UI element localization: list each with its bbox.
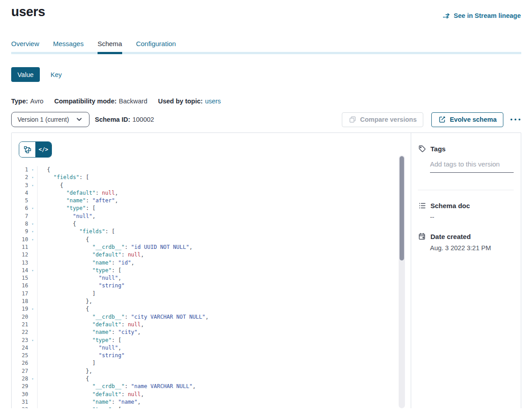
- line-number: 2: [12, 174, 28, 181]
- editor-gutter: 19▾: [12, 305, 38, 313]
- schema-id-value: 100002: [132, 116, 154, 123]
- tree-view-button[interactable]: [19, 142, 35, 157]
- fold-toggle-icon[interactable]: ▾: [28, 406, 37, 408]
- code-line-text: "type": [: [38, 406, 121, 408]
- list-icon: [418, 201, 426, 209]
- code-line-text: ]: [38, 359, 95, 367]
- date-created-title: Date created: [430, 233, 471, 240]
- line-number: 4: [12, 189, 28, 197]
- evolve-schema-button[interactable]: Evolve schema: [431, 112, 503, 127]
- fold-toggle-icon: [28, 189, 37, 197]
- line-number: 7: [12, 213, 28, 220]
- editor-scrollbar-thumb[interactable]: [400, 156, 404, 261]
- line-number: 27: [12, 367, 28, 375]
- code-line: 28▾ {: [12, 375, 411, 383]
- tag-icon: [418, 145, 426, 153]
- topic-link[interactable]: users: [205, 98, 221, 105]
- fold-toggle-icon[interactable]: ▾: [28, 236, 37, 243]
- date-created-section-header: Date created: [418, 232, 514, 240]
- editor-gutter: 5: [12, 197, 38, 205]
- line-number: 17: [12, 290, 28, 298]
- code-line: 30 "default": null,: [12, 391, 411, 398]
- more-options-button[interactable]: [510, 118, 521, 121]
- line-number: 25: [12, 352, 28, 359]
- schema-code-editor[interactable]: </> 1▾{2▾ "fields": [3▾ {4 "default": nu…: [12, 133, 411, 408]
- editor-gutter: 32▾: [12, 406, 38, 408]
- code-line: 12 "default": null,: [12, 251, 411, 259]
- editor-gutter: 27: [12, 367, 38, 375]
- line-number: 26: [12, 359, 28, 367]
- editor-scrollbar-track[interactable]: [399, 155, 405, 408]
- compare-versions-button[interactable]: Compare versions: [342, 112, 424, 127]
- code-line: 29 "__crdb__": "name VARCHAR NULL",: [12, 383, 411, 390]
- compare-versions-label: Compare versions: [360, 116, 417, 123]
- type-value: Avro: [30, 98, 44, 105]
- value-tab-button[interactable]: Value: [11, 67, 40, 82]
- line-number: 20: [12, 313, 28, 321]
- compatibility-label: Compatibility mode:: [54, 98, 116, 105]
- tags-section-header: Tags: [418, 145, 514, 153]
- editor-gutter: 1▾: [12, 166, 38, 174]
- add-tags-input[interactable]: [430, 160, 514, 173]
- tab-underline-track: [11, 52, 521, 54]
- code-line-text: {: [38, 375, 89, 383]
- code-line-text: "default": null,: [38, 251, 144, 259]
- fold-toggle-icon[interactable]: ▾: [28, 174, 37, 181]
- line-number: 22: [12, 329, 28, 336]
- line-number: 28: [12, 375, 28, 383]
- fold-toggle-icon: [28, 398, 37, 406]
- fold-toggle-icon[interactable]: ▾: [28, 220, 37, 228]
- tab-configuration[interactable]: Configuration: [136, 40, 176, 52]
- key-tab-button[interactable]: Key: [51, 71, 62, 78]
- fold-toggle-icon: [28, 259, 37, 267]
- see-in-stream-lineage-link[interactable]: See in Stream lineage: [443, 12, 521, 20]
- code-line: 7 "null",: [12, 213, 411, 220]
- value-key-toggle: Value Key: [11, 67, 521, 82]
- editor-gutter: 20: [12, 313, 38, 321]
- fold-toggle-icon[interactable]: ▾: [28, 166, 37, 174]
- code-line-text: "type": [: [38, 205, 95, 212]
- fold-toggle-icon[interactable]: ▾: [28, 375, 37, 383]
- editor-gutter: 22: [12, 329, 38, 336]
- schema-doc-section-header: Schema doc: [418, 201, 514, 209]
- fold-toggle-icon[interactable]: ▾: [28, 267, 37, 274]
- version-select[interactable]: Version 1 (current): [11, 112, 89, 127]
- line-number: 14: [12, 267, 28, 274]
- fold-toggle-icon: [28, 329, 37, 336]
- fold-toggle-icon[interactable]: ▾: [28, 337, 37, 344]
- code-view-button[interactable]: </>: [35, 142, 51, 157]
- fold-toggle-icon[interactable]: ▾: [28, 182, 37, 189]
- tab-schema[interactable]: Schema: [98, 40, 122, 52]
- editor-gutter: 24: [12, 344, 38, 352]
- editor-gutter: 25: [12, 352, 38, 359]
- schema-info-sidebar: Tags Schema doc --: [411, 133, 521, 408]
- code-line: 13 "name": "id",: [12, 259, 411, 267]
- code-line: 5 "name": "after",: [12, 197, 411, 205]
- fold-toggle-icon[interactable]: ▾: [28, 205, 37, 212]
- fold-toggle-icon: [28, 243, 37, 251]
- code-line: 20 "__crdb__": "city VARCHAR NOT NULL",: [12, 313, 411, 321]
- tab-schema-label: Schema: [98, 40, 122, 47]
- editor-gutter: 13: [12, 259, 38, 267]
- editor-gutter: 3▾: [12, 182, 38, 189]
- fold-toggle-icon[interactable]: ▾: [28, 228, 37, 235]
- line-number: 9: [12, 228, 28, 235]
- stream-lineage-icon: [443, 12, 451, 20]
- tab-overview[interactable]: Overview: [11, 40, 39, 52]
- compatibility-value: Backward: [119, 98, 148, 105]
- code-line: 15 "null",: [12, 274, 411, 282]
- code-line: 21 "default": null,: [12, 321, 411, 329]
- line-number: 1: [12, 166, 28, 174]
- code-line-text: "type": [: [38, 337, 121, 344]
- code-line-text: "string": [38, 282, 124, 290]
- used-by-topic-field: Used by topic:users: [158, 98, 221, 105]
- schema-doc-title: Schema doc: [430, 202, 470, 209]
- line-number: 11: [12, 243, 28, 251]
- code-line-text: "type": [: [38, 267, 121, 274]
- date-created-value: Aug. 3 2022 3:21 PM: [430, 244, 514, 252]
- editor-gutter: 10▾: [12, 236, 38, 243]
- schema-id-label: Schema ID:: [95, 116, 130, 123]
- tab-messages[interactable]: Messages: [53, 40, 84, 52]
- fold-toggle-icon[interactable]: ▾: [28, 305, 37, 313]
- editor-gutter: 6▾: [12, 205, 38, 212]
